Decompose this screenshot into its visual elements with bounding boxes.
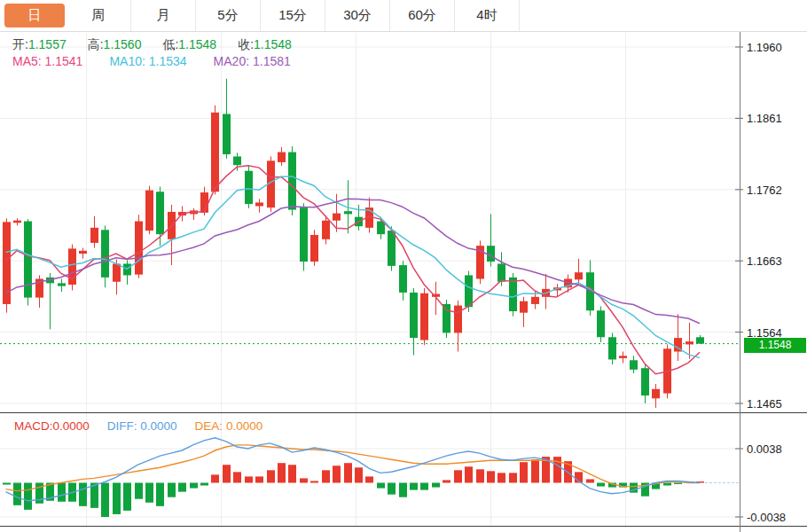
ohlc-legend: 开:1.1557 高:1.1560 低:1.1548 收:1.1548 xyxy=(12,37,292,53)
tab-30min[interactable]: 30分 xyxy=(325,0,390,31)
ohlc-close: 收:1.1548 xyxy=(238,37,292,53)
macd-value-legend: MACD:0.0000 xyxy=(14,419,90,433)
tab-week[interactable]: 周 xyxy=(67,0,131,31)
chart-area[interactable]: 开:1.1557 高:1.1560 低:1.1548 收:1.1548 MA5:… xyxy=(0,32,807,532)
last-price-badge: 1.1548 xyxy=(744,338,806,353)
ohlc-high: 高:1.1560 xyxy=(88,37,142,53)
tabbar-spacer xyxy=(520,0,807,31)
macd-legend: MACD:0.0000 DIFF: 0.0000 DEA: 0.0000 xyxy=(14,419,262,433)
price-axis-label-5: 1.1465 xyxy=(747,397,782,411)
ma20-legend: MA20: 1.1581 xyxy=(214,54,291,68)
tab-4hour[interactable]: 4时 xyxy=(455,0,520,31)
tab-15min[interactable]: 15分 xyxy=(261,0,325,31)
diff-value-legend: DIFF: 0.0000 xyxy=(107,419,177,433)
tab-60min[interactable]: 60分 xyxy=(390,0,455,31)
price-axis-label-0: 1.1960 xyxy=(747,41,782,54)
dea-value-legend: DEA: 0.0000 xyxy=(195,419,263,433)
tab-day[interactable]: 日 xyxy=(4,4,65,27)
period-tabbar: 日 周 月 5分 15分 30分 60分 4时 xyxy=(0,0,807,32)
macd-axis-label-0: 0.0038 xyxy=(747,442,782,456)
tab-5min[interactable]: 5分 xyxy=(196,0,261,31)
price-axis-label-3: 1.1663 xyxy=(747,254,782,268)
kline-macd-chart[interactable] xyxy=(0,32,807,532)
ohlc-low: 低:1.1548 xyxy=(162,37,216,53)
ma-legend: MA5: 1.1541 MA10: 1.1534 MA20: 1.1581 xyxy=(12,54,291,68)
ma10-legend: MA10: 1.1534 xyxy=(109,54,186,68)
ohlc-open: 开:1.1557 xyxy=(12,37,67,53)
ma5-legend: MA5: 1.1541 xyxy=(12,54,82,68)
tab-month[interactable]: 月 xyxy=(131,0,196,31)
price-axis-label-2: 1.1762 xyxy=(747,184,782,197)
price-axis-label-1: 1.1861 xyxy=(747,112,782,125)
macd-axis-label-1: -0.0038 xyxy=(747,511,786,524)
